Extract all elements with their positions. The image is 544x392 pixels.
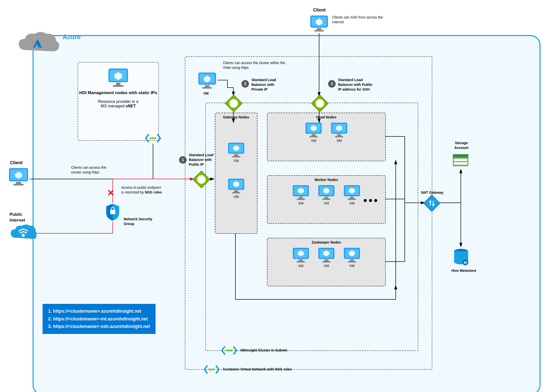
client-left-title: Client (10, 160, 23, 166)
svg-rect-3 (314, 30, 324, 32)
vm-client-desc: Clients can access the cluster within th… (223, 61, 288, 70)
svg-rect-24 (232, 156, 240, 157)
zoo-vm-2: VM (317, 247, 335, 268)
zoo-panel: Zookeeper Nodes VM VM VM (267, 238, 386, 286)
svg-rect-6 (116, 83, 120, 85)
svg-rect-60 (348, 261, 356, 263)
gateway-vm-2: VM (215, 178, 257, 199)
svg-point-8 (150, 137, 152, 139)
svg-rect-2 (317, 28, 321, 30)
svg-rect-23 (234, 154, 238, 156)
svg-point-75 (213, 368, 215, 370)
svg-text:M: M (464, 260, 467, 265)
lb3-num: 3 (328, 80, 336, 88)
head-panel: Head Nodes VM VM (267, 113, 386, 161)
svg-rect-16 (110, 210, 115, 214)
nsg-desc: Access to public endpoint is restricted … (121, 185, 163, 195)
hive-icon: M (453, 248, 469, 267)
nat-label: NAT Gateway (417, 190, 447, 195)
lb1-num: 1 (179, 156, 187, 164)
nsg-block-x-icon: ✕ (107, 188, 114, 198)
svg-rect-51 (299, 259, 303, 261)
head-vm-2: VM (330, 122, 348, 143)
svg-point-72 (230, 349, 232, 351)
svg-rect-32 (310, 136, 318, 137)
svg-rect-39 (299, 197, 303, 199)
public-internet-label: Public Internet (10, 212, 35, 223)
svg-point-74 (211, 368, 213, 370)
svg-point-9 (152, 137, 154, 139)
svg-rect-20 (202, 87, 212, 89)
svg-point-71 (228, 349, 230, 351)
svg-rect-55 (324, 259, 328, 261)
head-vm-1: VM (305, 122, 323, 143)
svg-rect-43 (324, 197, 328, 199)
svg-rect-40 (297, 199, 305, 200)
vnet-label: Customer Virtual Network with NSG rules (223, 367, 292, 372)
svg-rect-63 (454, 159, 467, 161)
storage-label: Storage Account (449, 141, 474, 150)
worker-ellipsis-icon: ●●● (363, 196, 379, 204)
azure-cloud-icon (15, 30, 60, 58)
svg-point-73 (208, 368, 210, 370)
lb2-num: 2 (241, 80, 249, 88)
worker-title: Worker Nodes (267, 178, 385, 182)
head-title: Head Nodes (267, 115, 385, 119)
url-1: 1. https://<clustername>.azurehdinsight.… (48, 307, 150, 315)
svg-rect-7 (113, 85, 123, 87)
customer-vnet-icon (203, 364, 220, 376)
hdi-desc-c: vNET (125, 104, 136, 108)
worker-vm-2: VM (317, 184, 335, 205)
url-legend-box: 1. https://<clustername>.azurehdinsight.… (43, 304, 156, 334)
hdi-mgmt-box: HDI Management nodes with static IPs Res… (78, 62, 159, 141)
svg-rect-35 (337, 134, 341, 136)
gateway-panel: Gateway Nodes VM VM (215, 113, 257, 234)
zoo-vm-3: VM (343, 247, 361, 268)
client-left-desc: Clients can access the cluster using htt… (71, 165, 114, 175)
hdi-desc-b: MS managed (101, 104, 126, 108)
zoo-vm-1: VM (292, 247, 310, 268)
svg-point-70 (226, 349, 228, 351)
subnet-vnet-icon (220, 345, 238, 357)
svg-rect-36 (335, 136, 343, 137)
svg-rect-44 (322, 199, 330, 200)
svg-rect-56 (322, 261, 330, 263)
worker-vm-1: VM (292, 184, 310, 205)
gateway-vm-1: VM (215, 142, 257, 163)
svg-rect-52 (297, 261, 305, 263)
public-internet-icon (9, 223, 36, 244)
svg-rect-14 (14, 184, 24, 185)
client-top-desc: Clients can SSH from across the internet (332, 15, 387, 25)
svg-rect-28 (232, 192, 240, 193)
nsg-label: Network Security Group (124, 217, 161, 226)
hdi-desc-a: Resource provider in a (98, 99, 139, 104)
client-top-title: Client (313, 7, 326, 13)
subnet-label: HDInsight Cluster in Subnet (240, 348, 287, 353)
storage-icon (452, 153, 469, 168)
svg-rect-48 (348, 199, 356, 200)
client-top-icon (309, 15, 329, 33)
hdi-mgmt-title: HDI Management nodes with static IPs (78, 90, 158, 95)
worker-vm-3: VM (343, 184, 361, 205)
url-3: 3. https://<clustemame>-ssh.azurehdinsig… (48, 323, 150, 330)
vm-client-icon (197, 72, 217, 90)
nsg-shield-icon (105, 203, 121, 223)
svg-rect-13 (16, 182, 21, 184)
svg-point-15 (22, 234, 25, 237)
svg-rect-27 (234, 190, 238, 192)
svg-rect-62 (453, 154, 468, 157)
svg-rect-59 (350, 259, 354, 261)
hdi-vnet-peer-icon (144, 133, 162, 144)
svg-rect-64 (454, 162, 467, 165)
svg-point-10 (154, 137, 156, 139)
svg-rect-31 (312, 134, 316, 136)
vm-client-label: VM (203, 91, 209, 96)
url-2: 2. https://<clustemame>-int.azurehdinsig… (48, 315, 150, 323)
diagram-canvas: Azure Client Clients can SSH from across… (5, 5, 544, 392)
gateway-title: Gateway Nodes (215, 115, 257, 119)
client-left-icon (8, 167, 29, 187)
nat-arrows-icon (427, 199, 436, 208)
hive-label: Hive Metastore (451, 268, 476, 273)
azure-title: Azure (63, 33, 81, 41)
svg-rect-19 (205, 85, 209, 87)
